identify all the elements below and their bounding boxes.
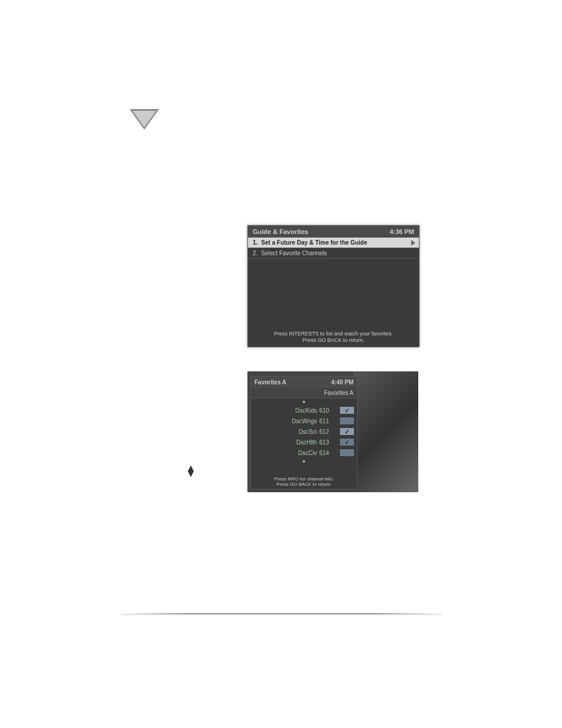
fav-row[interactable]: DscKids 610: [251, 405, 357, 416]
fav-checkbox[interactable]: [339, 417, 355, 425]
channel-name: DscWngs: [253, 418, 319, 424]
channel-name: DscKids: [253, 407, 319, 414]
favorites-panel: Favorites A 4:40 PM Favorites A ● DscKid…: [250, 376, 358, 489]
channel-num: 610: [319, 407, 336, 414]
channel-num: 614: [319, 450, 336, 456]
horizontal-divider: [121, 613, 442, 614]
fav-row[interactable]: DscSci 612: [251, 426, 357, 437]
channel-name: DscCiv: [253, 450, 319, 456]
panel2-footer-line1: Press INFO for channel info.: [251, 476, 357, 482]
panel1-footer: Press INTERESTS to list and watch your f…: [248, 331, 419, 344]
fav-checkbox[interactable]: [339, 438, 355, 446]
panel1-time: 4:36 PM: [389, 228, 414, 235]
fav-checkbox[interactable]: [339, 406, 355, 414]
channel-num: 611: [319, 418, 336, 424]
panel2-video-preview: [353, 371, 418, 492]
channel-name: DscHlth: [253, 439, 319, 446]
scroll-up-dot[interactable]: ●: [251, 398, 357, 405]
fav-row[interactable]: DscCiv 614: [251, 447, 357, 458]
fav-row[interactable]: DscHlth 613: [251, 437, 357, 447]
fav-checkbox[interactable]: [339, 449, 355, 457]
down-triangle-icon: [130, 109, 159, 130]
menu-item-num: 1.: [253, 239, 257, 246]
guide-favorites-panel: Guide & Favorites 4:36 PM 1. Set a Futur…: [247, 225, 419, 347]
panel2-title: Favorites A: [254, 379, 286, 386]
favorites-panel-wrap: Favorites A 4:40 PM Favorites A ● DscKid…: [247, 371, 418, 492]
menu-item-label: Set a Future Day & Time for the Guide: [261, 239, 367, 246]
channel-name: DscSci: [253, 429, 319, 435]
panel2-time: 4:40 PM: [331, 379, 353, 386]
up-down-arrow-icon: ▲▼: [186, 466, 196, 476]
menu-item-select-favorites[interactable]: 2. Select Favorite Channels: [248, 248, 419, 259]
panel1-title: Guide & Favorites: [253, 228, 308, 235]
menu-item-label: Select Favorite Channels: [261, 250, 327, 256]
panel1-header: Guide & Favorites 4:36 PM: [248, 226, 419, 238]
panel2-column-header: Favorites A: [251, 388, 357, 398]
fav-checkbox[interactable]: [339, 427, 355, 436]
menu-item-set-future[interactable]: 1. Set a Future Day & Time for the Guide: [248, 238, 419, 248]
menu-item-num: 2.: [253, 250, 257, 256]
panel2-header: Favorites A 4:40 PM: [251, 377, 357, 388]
fav-row[interactable]: DscWngs 611: [251, 416, 357, 426]
panel2-footer: Press INFO for channel info. Press GO BA…: [251, 476, 357, 487]
panel1-footer-line1: Press INTERESTS to list and watch your f…: [248, 331, 419, 338]
channel-num: 612: [319, 429, 336, 435]
panel1-footer-line2: Press GO BACK to return.: [248, 337, 419, 344]
panel2-footer-line2: Press GO BACK to return.: [251, 482, 357, 487]
channel-num: 613: [319, 439, 336, 446]
scroll-down-dot[interactable]: ●: [251, 458, 357, 465]
